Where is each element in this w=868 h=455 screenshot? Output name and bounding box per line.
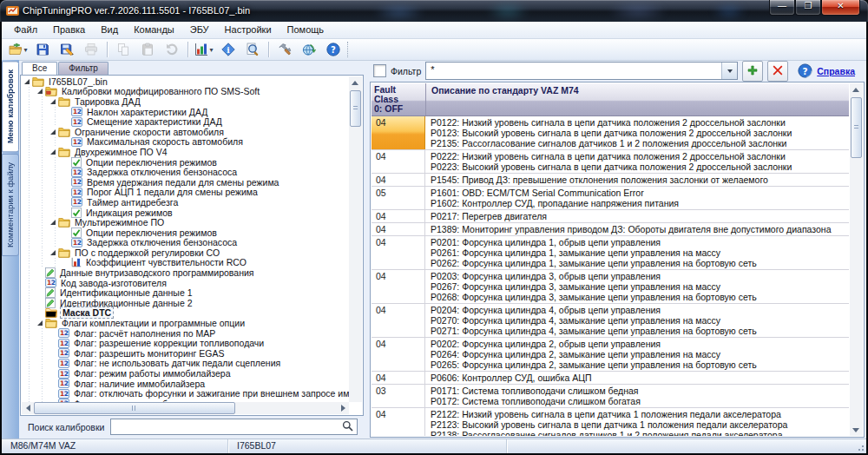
tree-vertical-scrollbar[interactable] [349,76,362,402]
resize-grip[interactable] [856,443,865,452]
table-vscroll-thumb[interactable] [851,97,862,158]
tree-horizontal-scrollbar[interactable] [22,402,349,414]
menu-item-view[interactable]: Вид [93,23,126,37]
table-row[interactable]: 04P0122: Низкий уровень сигнала в цепи д… [372,116,849,150]
tree-item[interactable]: 12Смещение характеристики ДАД [23,116,349,127]
expander-icon[interactable] [36,319,44,327]
toolbar-overflow-grip[interactable] [347,42,355,57]
menu-item-ecu[interactable]: ЭБУ [182,23,217,37]
tree-item[interactable]: 12Таймер антидребезга [23,197,349,208]
expander-icon[interactable] [49,128,57,136]
tools-button[interactable] [273,40,297,59]
tree-item[interactable]: 12Время удержания педали для смены режим… [23,177,349,188]
table-row[interactable]: 04P0204: Форсунка цилиндра 4, обрыв цепи… [372,304,849,338]
fault-class-cell[interactable]: 04 [372,408,425,436]
table-row[interactable]: 04P0222: Низкий уровень сигнала в цепи д… [372,150,849,174]
fault-class-cell[interactable]: 04 [372,174,425,186]
tree-item[interactable]: Калибровки модифицированного ПО SMS-Soft [23,87,349,97]
dropdown-caret-icon[interactable]: ▾ [23,46,27,54]
help-button[interactable]: ? [321,40,345,59]
sync-globe-button[interactable] [297,40,321,59]
menu-item-help[interactable]: Помощь [279,23,332,37]
filter-combobox[interactable]: * [425,62,738,80]
sidebar-tab-file-comments[interactable]: Комментарии к файлу [2,154,19,256]
combo-dropdown-button[interactable] [721,63,737,79]
save-modified-button[interactable] [55,40,79,59]
tree-item[interactable]: 12Максимальная скорость автомобиля [23,137,349,148]
tree-item[interactable]: Коэффициент чувствительности RCO [23,258,349,268]
table-row[interactable]: 04P0201: Форсунка цилиндра 1, обрыв цепи… [372,236,849,270]
tree-hscroll-thumb[interactable] [34,402,235,414]
table-row[interactable]: 04P1545: Привод ДЗ: превышение отклонени… [372,174,849,187]
tree-item[interactable]: 12Флаг: разрешение коррекции топливопода… [23,338,349,348]
tree-item[interactable]: 12Наклон характеристики ДАД [23,107,349,117]
fault-class-column-header[interactable]: Fault Class 0: OFF [372,83,426,115]
expander-icon[interactable] [49,148,57,156]
dropdown-caret-icon[interactable]: ▾ [209,46,213,54]
tree-item[interactable]: 12Флаг: режим работы иммобилайзера [23,368,349,379]
description-column-header[interactable]: Описание по стандарту VAZ M74 [426,83,849,115]
fault-class-cell[interactable]: 03 [372,385,425,407]
tree-item[interactable]: Тарировка ДАД [23,96,349,107]
tree-item[interactable]: Данные внутризаводского программирования [23,267,349,278]
table-row[interactable]: 05P1601: OBD: ECM/TCM Serial Communicati… [372,187,849,210]
fault-class-cell[interactable]: 05 [372,187,425,209]
table-row[interactable]: 04P2122: Низкий уровень сигнала в цепи д… [372,408,849,436]
table-row[interactable]: 03P0171: Система топливоподачи слишком б… [372,385,849,408]
tree-item[interactable]: 12Порог АЦП 1 педали для смены режима [23,188,349,198]
search-input[interactable] [110,419,358,435]
tree-item[interactable]: Двухрежимное ПО V4 [23,147,349,157]
open-file-button[interactable]: ▾ [6,40,30,59]
minimize-button[interactable]: — [769,0,795,16]
fault-class-cell[interactable]: 04 [372,150,425,173]
fault-class-cell[interactable]: 04 [372,223,425,235]
tree-item[interactable]: 12Код завода-изготовителя [23,278,349,288]
fault-class-cell[interactable]: 04 [372,210,425,222]
filter-checkbox[interactable] [373,64,386,77]
tree-tab-filter[interactable]: Фильтр [58,62,108,75]
add-filter-button[interactable] [742,61,763,82]
menu-item-settings[interactable]: Настройки [217,23,279,37]
menu-item-edit[interactable]: Правка [45,23,93,37]
tree-item[interactable]: Маска DTC [23,308,349,319]
tree-item[interactable]: ПО с поддержкой регулировки СО [23,247,349,258]
tree-item[interactable]: Опции переключения режимов [23,157,349,168]
fault-class-cell[interactable]: 04 [372,304,425,337]
table-row[interactable]: 04P0203: Форсунка цилиндра 3, обрыв цепи… [372,270,849,304]
scroll-up-icon[interactable] [850,83,862,96]
fault-class-cell[interactable]: 04 [372,116,425,149]
fault-class-cell[interactable]: 04 [372,270,425,303]
table-row[interactable]: 04P0217: Перегрев двигателя [372,210,849,223]
scroll-up-icon[interactable] [349,76,361,89]
close-button[interactable]: ✕ [821,0,860,16]
scroll-right-icon[interactable] [337,402,349,414]
tree-item[interactable]: Идентификационные данные 1 [23,287,349,298]
save-file-button[interactable] [30,40,55,59]
fault-class-cell[interactable]: 04 [372,338,425,371]
scroll-down-icon[interactable] [850,424,862,436]
table-row[interactable]: 04P1389: Мониторинг управления приводом … [372,223,849,236]
view-charts-button[interactable]: ▾ [192,40,216,59]
expander-icon[interactable] [36,87,44,96]
table-vertical-scrollbar[interactable] [850,83,863,436]
tree-item[interactable]: 12Задержка отключения бензонасоса [23,167,349,177]
help-link[interactable]: Справка [817,66,855,76]
tree-item[interactable]: Опции переключения режимов [23,228,349,238]
tree-item[interactable]: Ограничение скорости автомобиля [23,127,349,137]
info-button[interactable]: i [216,40,240,59]
clear-filter-button[interactable] [767,61,788,82]
tree-item[interactable]: Индикация режимов [23,208,349,218]
fault-class-cell[interactable]: 04 [372,236,425,269]
help-icon[interactable]: ? [798,63,812,78]
fault-class-cell[interactable]: 04 [372,372,425,384]
tree-item[interactable]: I765BL07_.bin [23,76,349,87]
tree-item[interactable]: 12Флаг: наличие иммобилайзера [23,379,349,389]
tree-tab-all[interactable]: Все [22,62,57,75]
tree-vscroll-thumb[interactable] [350,90,361,127]
zoom-search-button[interactable] [240,40,265,59]
expander-icon[interactable] [49,248,57,257]
tree-item[interactable]: 12Флаг: разрешить мониторинг EGAS [23,348,349,359]
tree-item[interactable]: 12Флаг: расчёт наполнения по MAP [23,328,349,339]
search-icon[interactable] [342,419,353,435]
expander-icon[interactable] [49,218,57,227]
